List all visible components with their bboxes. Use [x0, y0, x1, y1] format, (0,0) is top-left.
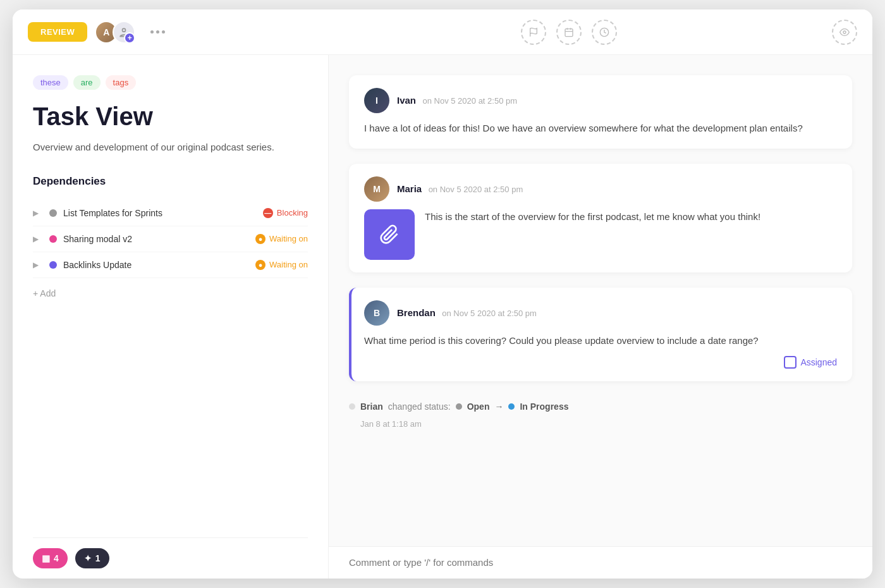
svg-rect-1 — [565, 28, 573, 36]
dep-status-dot — [49, 235, 57, 243]
comment-with-attachment: This is the start of the overview for th… — [364, 209, 837, 260]
comment-time: on Nov 5 2020 at 2:50 pm — [442, 309, 537, 318]
dep-status-label: Waiting on — [269, 234, 308, 243]
status-indicator — [349, 403, 355, 410]
dep-status-label: Waiting on — [269, 260, 308, 269]
chevron-right-icon[interactable]: ▶ — [33, 209, 43, 217]
dep-status: ● Waiting on — [255, 260, 308, 270]
page-title: Task View — [33, 102, 308, 130]
left-panel-footer: ▦ 4 ✦ 1 — [33, 537, 308, 579]
dep-status-dot — [49, 209, 57, 217]
status-arrow: → — [494, 401, 503, 412]
dep-status: — Blocking — [263, 208, 308, 218]
status-change-wrapper: Brian changed status: Open → In Progress… — [349, 396, 852, 429]
status-dot-open — [456, 403, 462, 410]
comment-brendan: B Brendan on Nov 5 2020 at 2:50 pm What … — [349, 288, 852, 381]
status-change-user: Brian — [360, 401, 383, 412]
comment-author: Maria — [397, 183, 422, 194]
left-panel: these are tags Task View Overview and de… — [13, 55, 329, 579]
eye-button[interactable] — [832, 20, 857, 45]
flag-button[interactable] — [521, 20, 546, 45]
dependency-item-1: ▶ List Templates for Sprints — Blocking — [33, 200, 308, 226]
tag-these[interactable]: these — [33, 75, 68, 90]
dep-name[interactable]: Sharing modal v2 — [63, 234, 249, 244]
comment-body: I have a lot of ideas for this! Do we ha… — [364, 121, 837, 136]
badge-dark[interactable]: ✦ 1 — [75, 548, 109, 568]
add-member-button[interactable]: + — [113, 21, 135, 44]
comment-author: Brendan — [397, 307, 436, 318]
status-to: In Progress — [520, 401, 568, 412]
dependencies-section-title: Dependencies — [33, 175, 308, 188]
avatar-brendan: B — [364, 300, 389, 326]
status-change-action: changed status: — [388, 401, 451, 412]
tag-tags[interactable]: tags — [106, 75, 137, 90]
comment-input-area — [329, 546, 872, 579]
page-description: Overview and development of our original… — [33, 140, 308, 155]
comment-input[interactable] — [349, 557, 852, 568]
review-button[interactable]: REVIEW — [28, 22, 87, 42]
attachment-thumbnail[interactable] — [364, 209, 415, 260]
comment-header: B Brendan on Nov 5 2020 at 2:50 pm — [364, 300, 837, 326]
tags-row: these are tags — [33, 75, 308, 90]
dependency-item-3: ▶ Backlinks Update ● Waiting on — [33, 252, 308, 278]
comment-body: What time period is this covering? Could… — [364, 333, 837, 348]
tag-are[interactable]: are — [73, 75, 101, 90]
dep-name[interactable]: Backlinks Update — [63, 260, 249, 270]
header-right — [794, 20, 857, 45]
status-from: Open — [467, 401, 490, 412]
assigned-label: Assigned — [800, 357, 837, 367]
chevron-right-icon[interactable]: ▶ — [33, 235, 43, 243]
status-change-time: Jan 8 at 1:18 am — [349, 419, 852, 429]
comment-body: This is the start of the overview for th… — [425, 209, 760, 224]
dependency-item-2: ▶ Sharing modal v2 ● Waiting on — [33, 226, 308, 252]
status-dot-in-progress — [508, 403, 515, 410]
badge-dark-icon: ✦ — [84, 553, 92, 563]
avatar-group: A + — [95, 21, 135, 44]
blocking-icon: — — [263, 208, 273, 218]
dep-name[interactable]: List Templates for Sprints — [63, 208, 257, 218]
status-change-row: Brian changed status: Open → In Progress — [349, 396, 852, 417]
svg-point-6 — [843, 31, 846, 34]
badge-dark-count: 1 — [95, 553, 101, 563]
comment-time: on Nov 5 2020 at 2:50 pm — [429, 185, 523, 194]
comment-header: I Ivan on Nov 5 2020 at 2:50 pm — [364, 88, 837, 113]
waiting-icon: ● — [255, 234, 266, 244]
header-left: REVIEW A + — [28, 21, 344, 44]
comment-header: M Maria on Nov 5 2020 at 2:50 pm — [364, 176, 837, 202]
add-dependency-button[interactable]: + Add — [33, 288, 308, 311]
comment-time: on Nov 5 2020 at 2:50 pm — [422, 96, 517, 106]
comment-author: Ivan — [397, 95, 416, 106]
avatar-ivan: I — [364, 88, 389, 113]
badge-pink-icon: ▦ — [42, 553, 50, 563]
more-options-button[interactable] — [143, 25, 173, 39]
badge-pink[interactable]: ▦ 4 — [33, 548, 68, 568]
chevron-right-icon[interactable]: ▶ — [33, 260, 43, 269]
comments-area: I Ivan on Nov 5 2020 at 2:50 pm I have a… — [329, 55, 872, 546]
main-content: these are tags Task View Overview and de… — [13, 55, 872, 579]
comment-maria: M Maria on Nov 5 2020 at 2:50 pm — [349, 164, 852, 273]
comment-ivan: I Ivan on Nov 5 2020 at 2:50 pm I have a… — [349, 75, 852, 149]
assigned-button[interactable]: Assigned — [364, 356, 837, 369]
clock-button[interactable] — [592, 20, 617, 45]
header-center — [344, 20, 794, 45]
waiting-icon: ● — [255, 260, 266, 270]
assigned-checkbox[interactable] — [784, 356, 796, 369]
calendar-button[interactable] — [556, 20, 582, 45]
dep-status: ● Waiting on — [255, 234, 308, 244]
right-panel: I Ivan on Nov 5 2020 at 2:50 pm I have a… — [329, 55, 872, 579]
badge-pink-count: 4 — [54, 553, 59, 563]
app-window: REVIEW A + — [13, 9, 872, 579]
avatar-maria: M — [364, 176, 389, 202]
add-badge[interactable]: + — [124, 32, 135, 44]
dep-status-label: Blocking — [277, 208, 308, 217]
header: REVIEW A + — [13, 9, 872, 55]
dep-status-dot — [49, 261, 57, 269]
